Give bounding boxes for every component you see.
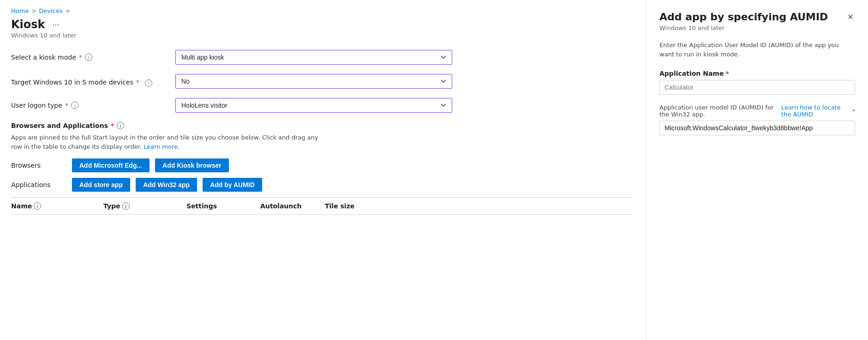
target-windows-required: * xyxy=(136,79,139,86)
th-type-info-icon[interactable]: i xyxy=(122,202,130,210)
user-logon-row: User logon type * i Azure AD user or gro… xyxy=(11,98,631,113)
kiosk-mode-select[interactable]: Single app kiosk Multi app kiosk xyxy=(175,50,452,65)
panel-header: Add app by specifying AUMID × xyxy=(659,11,855,23)
target-windows-label: Target Windows 10 in S mode devices * i xyxy=(11,74,168,87)
th-name: Name i xyxy=(11,202,103,210)
page-title: Kiosk xyxy=(11,18,45,31)
breadcrumb-sep-1: > xyxy=(31,8,36,14)
browsers-apps-required: * xyxy=(111,122,114,129)
add-microsoft-edge-button[interactable]: Add Microsoft Edg... xyxy=(72,158,150,172)
target-windows-row: Target Windows 10 in S mode devices * i … xyxy=(11,74,631,89)
aumid-label-row: Application user model ID (AUMID) for th… xyxy=(659,104,855,118)
aumid-required: * xyxy=(852,108,856,115)
target-windows-control: Yes No xyxy=(175,74,452,89)
page-title-row: Kiosk ··· xyxy=(11,18,631,31)
kiosk-mode-label: Select a kiosk mode * i xyxy=(11,50,168,61)
app-name-input[interactable] xyxy=(659,80,855,95)
app-name-required: * xyxy=(725,70,729,77)
kiosk-mode-info-icon[interactable]: i xyxy=(85,54,92,61)
left-panel: Home > Devices > Kiosk ··· Windows 10 an… xyxy=(0,0,647,340)
aumid-learn-link[interactable]: Learn how to locate the AUMID xyxy=(781,104,850,118)
browsers-row: Browsers Add Microsoft Edg... Add Kiosk … xyxy=(11,158,631,172)
browsers-apps-section: Browsers and Applications * i Apps are p… xyxy=(11,122,631,215)
th-autolaunch: Autolaunch xyxy=(260,202,325,210)
browsers-apps-info-icon[interactable]: i xyxy=(117,122,124,129)
user-logon-info-icon[interactable]: i xyxy=(71,102,78,109)
aumid-input[interactable] xyxy=(659,121,855,135)
breadcrumb-devices[interactable]: Devices xyxy=(39,7,62,14)
kiosk-mode-row: Select a kiosk mode * i Single app kiosk… xyxy=(11,50,631,65)
close-button[interactable]: × xyxy=(846,11,855,22)
applications-label: Applications xyxy=(11,181,66,188)
add-kiosk-browser-button[interactable]: Add Kiosk browser xyxy=(155,158,229,172)
th-type: Type i xyxy=(103,202,186,210)
kiosk-mode-required: * xyxy=(79,54,82,61)
add-store-app-button[interactable]: Add store app xyxy=(72,178,130,192)
user-logon-required: * xyxy=(65,102,68,109)
add-win32-app-button[interactable]: Add Win32 app xyxy=(136,178,197,192)
th-settings: Settings xyxy=(186,202,260,210)
add-by-aumid-button[interactable]: Add by AUMID xyxy=(203,178,262,192)
user-logon-label: User logon type * i xyxy=(11,98,168,109)
user-logon-select[interactable]: Azure AD user or group Auto logon HoloLe… xyxy=(175,98,452,113)
breadcrumb-home[interactable]: Home xyxy=(11,7,29,14)
panel-description: Enter the Application User Model ID (AUM… xyxy=(659,41,855,59)
target-windows-info-icon[interactable]: i xyxy=(145,79,152,87)
page-subtitle: Windows 10 and later xyxy=(11,32,631,39)
target-windows-select[interactable]: Yes No xyxy=(175,74,452,89)
kiosk-mode-control: Single app kiosk Multi app kiosk xyxy=(175,50,452,65)
section-description: Apps are pinned to the full Start layout… xyxy=(11,133,325,151)
browsers-label: Browsers xyxy=(11,162,66,169)
breadcrumb: Home > Devices > xyxy=(11,7,631,14)
browsers-apps-label: Browsers and Applications * i xyxy=(11,122,631,129)
panel-subtitle: Windows 10 and later xyxy=(659,24,855,31)
learn-more-link[interactable]: Learn more. xyxy=(144,143,180,150)
aumid-group: Application user model ID (AUMID) for th… xyxy=(659,104,855,135)
applications-row: Applications Add store app Add Win32 app… xyxy=(11,178,631,192)
th-tilesize: Tile size xyxy=(325,202,380,210)
ellipsis-button[interactable]: ··· xyxy=(50,19,62,30)
right-panel: Add app by specifying AUMID × Windows 10… xyxy=(647,0,868,340)
panel-title: Add app by specifying AUMID xyxy=(659,11,846,23)
app-name-label: Application Name * xyxy=(659,70,855,77)
app-name-group: Application Name * xyxy=(659,70,855,95)
table-header: Name i Type i Settings Autolaunch Tile s… xyxy=(11,197,631,215)
breadcrumb-sep-2: > xyxy=(66,8,70,14)
th-name-info-icon[interactable]: i xyxy=(34,202,41,210)
user-logon-control: Azure AD user or group Auto logon HoloLe… xyxy=(175,98,452,113)
